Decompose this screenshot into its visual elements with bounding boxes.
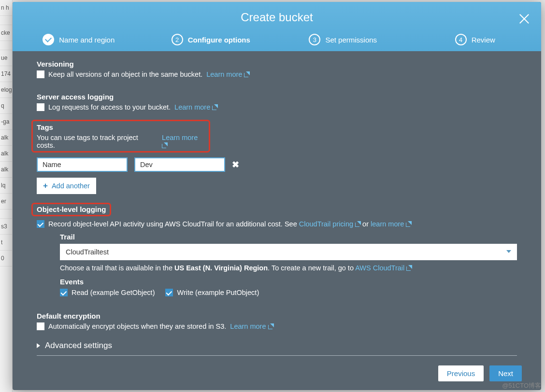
modal-footer: Previous Next: [13, 359, 541, 390]
trail-helper-text: Choose a trail that is available in the …: [60, 264, 517, 272]
object-logging-desc: Record object-level API activity using A…: [48, 220, 299, 228]
background-sidebar: n h cke ue174 elogq -gaalk alkalk lqer s…: [0, 0, 13, 392]
step-review[interactable]: 4 Review: [409, 34, 542, 45]
encryption-desc: Automatically encrypt objects when they …: [48, 322, 226, 330]
trail-select[interactable]: CloudTrailtest: [60, 244, 517, 260]
step-configure-options[interactable]: 2 Configure options: [145, 34, 277, 45]
step-number-icon: 3: [309, 34, 320, 45]
step-set-permissions[interactable]: 3 Set permissions: [277, 34, 409, 45]
events-write-label: Write (example PutObject): [177, 289, 259, 296]
external-link-icon: [162, 143, 167, 148]
add-another-tag-button[interactable]: + Add another: [37, 178, 96, 194]
tags-desc: You can use tags to track project costs.: [37, 134, 158, 149]
logging-desc: Log requests for access to your bucket.: [48, 103, 171, 111]
check-icon: [43, 34, 54, 45]
events-write-checkbox[interactable]: [165, 289, 173, 296]
object-logging-highlight: Object-level logging: [31, 203, 111, 216]
events-read-label: Read (example GetObject): [72, 289, 155, 296]
advanced-settings-toggle[interactable]: Advanced settings: [37, 341, 517, 356]
step-number-icon: 4: [455, 34, 467, 45]
tags-title: Tags: [37, 123, 205, 131]
previous-button[interactable]: Previous: [438, 365, 484, 381]
wizard-steps: Name and region 2 Configure options 3 Se…: [13, 31, 541, 51]
next-button[interactable]: Next: [489, 365, 522, 381]
logging-learn-more-link[interactable]: Learn more: [174, 103, 217, 111]
external-link-icon: [244, 72, 249, 77]
modal-title: Create bucket: [13, 11, 541, 31]
close-icon[interactable]: [518, 13, 531, 25]
encryption-title: Default encryption: [37, 312, 517, 320]
cloudtrail-pricing-link[interactable]: CloudTrail pricing: [299, 220, 360, 228]
external-link-icon: [406, 222, 411, 227]
watermark: @51CTO博客: [502, 381, 541, 390]
events-read-checkbox[interactable]: [60, 289, 68, 296]
plus-icon: +: [43, 181, 48, 191]
external-link-icon: [406, 266, 412, 271]
tag-value-input[interactable]: [134, 157, 225, 172]
tags-section-highlight: Tags You can use tags to track project c…: [31, 120, 210, 153]
chevron-down-icon: [506, 250, 511, 253]
logging-checkbox[interactable]: [37, 103, 44, 111]
step-name-region[interactable]: Name and region: [13, 34, 145, 45]
versioning-checkbox[interactable]: [37, 70, 44, 78]
trail-config: Trail CloudTrailtest Choose a trail that…: [60, 233, 517, 296]
encryption-checkbox[interactable]: [37, 322, 44, 330]
logging-title: Server access logging: [37, 93, 517, 101]
versioning-desc: Keep all versions of an object in the sa…: [48, 70, 202, 78]
external-link-icon: [268, 324, 273, 329]
external-link-icon: [355, 222, 360, 227]
events-label: Events: [60, 278, 517, 286]
remove-tag-icon[interactable]: ✖: [232, 159, 239, 170]
object-logging-checkbox[interactable]: [37, 220, 44, 228]
versioning-title: Versioning: [37, 60, 517, 68]
modal-header: Create bucket Name and region 2 Configur…: [13, 2, 541, 51]
tags-learn-more-link[interactable]: Learn more: [162, 134, 205, 149]
tag-key-input[interactable]: [37, 157, 128, 172]
object-logging-learn-more-link[interactable]: learn more: [371, 220, 411, 228]
encryption-learn-more-link[interactable]: Learn more: [230, 322, 273, 330]
modal-body: Versioning Keep all versions of an objec…: [13, 51, 541, 359]
external-link-icon: [212, 105, 217, 110]
object-logging-title: Object-level logging: [37, 205, 106, 213]
caret-right-icon: [37, 343, 40, 348]
step-number-icon: 2: [172, 34, 183, 45]
aws-cloudtrail-link[interactable]: AWS CloudTrail: [355, 264, 412, 272]
versioning-learn-more-link[interactable]: Learn more: [206, 70, 249, 78]
create-bucket-modal: Create bucket Name and region 2 Configur…: [13, 2, 541, 390]
trail-label: Trail: [60, 233, 517, 241]
